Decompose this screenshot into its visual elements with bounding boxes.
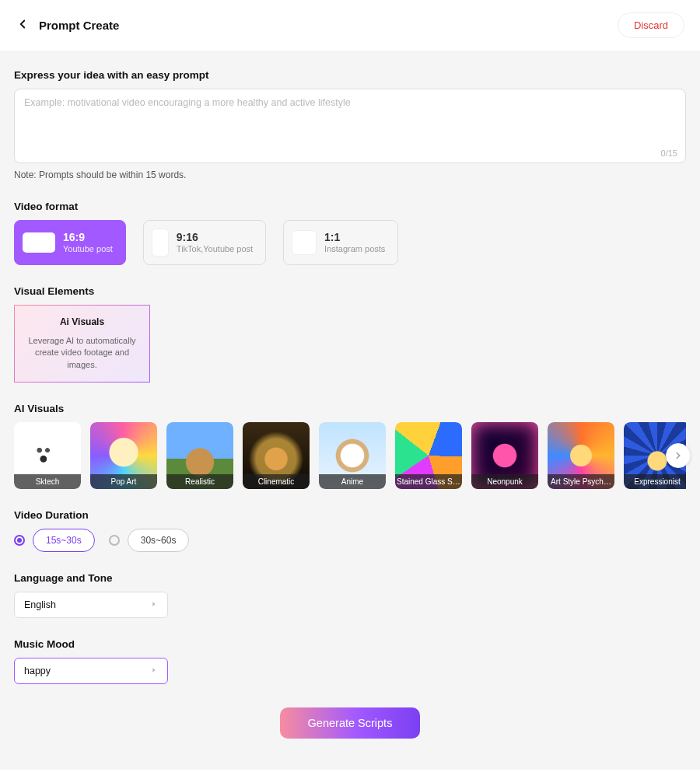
duration-pill[interactable]: 30s~60s [128, 529, 190, 552]
format-sub-label: Instagram posts [324, 244, 385, 254]
top-bar-left: Prompt Create [16, 17, 119, 34]
prompt-note: Note: Prompts should be within 15 words. [14, 169, 686, 180]
prompt-section: Express your idea with an easy prompt 0/… [14, 69, 686, 180]
generate-scripts-button[interactable]: Generate Scripts [280, 707, 421, 739]
radio-icon[interactable] [14, 535, 25, 546]
page-title: Prompt Create [39, 19, 119, 32]
music-select[interactable]: happy [14, 658, 168, 684]
video-format-title: Video format [14, 201, 686, 212]
video-format-section: Video format 16:9 Youtube post 9:16 TikT… [14, 201, 686, 265]
style-tile-stained-glass[interactable]: Stained Glass Style [395, 422, 462, 489]
chevron-right-icon [150, 665, 158, 676]
style-caption: Stained Glass Style [395, 474, 462, 489]
back-icon[interactable] [16, 17, 30, 34]
style-caption: Sktech [14, 474, 81, 489]
format-ratio-label: 1:1 [324, 231, 385, 244]
chevron-right-icon [150, 599, 158, 610]
duration-option-2[interactable]: 30s~60s [109, 529, 190, 552]
prompt-section-title: Express your idea with an easy prompt [14, 69, 686, 81]
format-texts: 1:1 Instagram posts [324, 231, 385, 254]
style-tile-popart[interactable]: Pop Art [90, 422, 157, 489]
language-value: English [24, 599, 56, 610]
style-caption: Clinematic [243, 474, 310, 489]
music-section: Music Mood happy [14, 638, 686, 684]
style-caption: Pop Art [90, 474, 157, 489]
radio-icon[interactable] [109, 535, 120, 546]
ai-visuals-card-title: Ai Visuals [24, 316, 140, 327]
discard-button[interactable]: Discard [618, 12, 684, 38]
language-select[interactable]: English [14, 592, 168, 618]
prompt-char-count: 0/15 [661, 148, 677, 158]
visual-elements-section: Visual Elements Ai Visuals Leverage AI t… [14, 285, 686, 383]
video-format-row: 16:9 Youtube post 9:16 TikTok,Youtube po… [14, 220, 686, 265]
format-option-1-1[interactable]: 1:1 Instagram posts [283, 220, 398, 265]
styles-row[interactable]: Sktech Pop Art Realistic Clinematic Anim… [14, 422, 686, 489]
format-sub-label: TikTok,Youtube post [177, 244, 253, 254]
ratio-icon-1-1 [292, 230, 317, 255]
ratio-icon-9-16 [152, 229, 169, 257]
format-texts: 9:16 TikTok,Youtube post [177, 231, 253, 254]
ai-visuals-card-desc: Leverage AI to automatically create vide… [24, 335, 140, 371]
chevron-right-icon [673, 450, 684, 461]
format-texts: 16:9 Youtube post [63, 231, 113, 254]
style-tile-clinematic[interactable]: Clinematic [243, 422, 310, 489]
ai-visuals-card[interactable]: Ai Visuals Leverage AI to automatically … [14, 305, 150, 383]
language-section: Language and Tone English [14, 572, 686, 618]
music-value: happy [24, 665, 51, 676]
music-title: Music Mood [14, 638, 686, 650]
style-tile-sketch[interactable]: Sktech [14, 422, 81, 489]
scroll-right-button[interactable] [666, 443, 691, 468]
ai-visuals-title: AI Visuals [14, 403, 686, 414]
duration-pill[interactable]: 15s~30s [33, 529, 95, 552]
styles-wrap: Sktech Pop Art Realistic Clinematic Anim… [14, 422, 686, 489]
video-duration-section: Video Duration 15s~30s 30s~60s [14, 509, 686, 552]
top-bar: Prompt Create Discard [0, 0, 700, 51]
style-tile-realistic[interactable]: Realistic [166, 422, 233, 489]
style-caption: Neonpunk [471, 474, 538, 489]
style-tile-art-psych[interactable]: Art Style Psych… [548, 422, 614, 489]
style-caption: Art Style Psych… [548, 474, 614, 489]
page-body: Express your idea with an easy prompt 0/… [0, 51, 700, 770]
format-ratio-label: 16:9 [63, 231, 113, 244]
style-caption: Realistic [166, 474, 233, 489]
ratio-icon-16-9 [23, 232, 55, 253]
video-duration-title: Video Duration [14, 509, 686, 521]
visual-elements-title: Visual Elements [14, 285, 686, 297]
style-tile-anime[interactable]: Anime [319, 422, 386, 489]
format-ratio-label: 9:16 [177, 231, 253, 244]
svg-marker-1 [152, 668, 155, 672]
svg-marker-0 [152, 602, 155, 606]
style-caption: Expressionist [624, 474, 686, 489]
style-caption: Anime [319, 474, 386, 489]
prompt-input[interactable] [15, 89, 685, 159]
prompt-box: 0/15 [14, 89, 686, 163]
ai-visuals-section: AI Visuals Sktech Pop Art Realistic Clin… [14, 403, 686, 489]
format-option-16-9[interactable]: 16:9 Youtube post [14, 220, 126, 265]
duration-row: 15s~30s 30s~60s [14, 529, 686, 552]
style-tile-neonpunk[interactable]: Neonpunk [471, 422, 538, 489]
format-sub-label: Youtube post [63, 244, 113, 254]
duration-option-1[interactable]: 15s~30s [14, 529, 95, 552]
format-option-9-16[interactable]: 9:16 TikTok,Youtube post [143, 220, 266, 265]
language-title: Language and Tone [14, 572, 686, 584]
